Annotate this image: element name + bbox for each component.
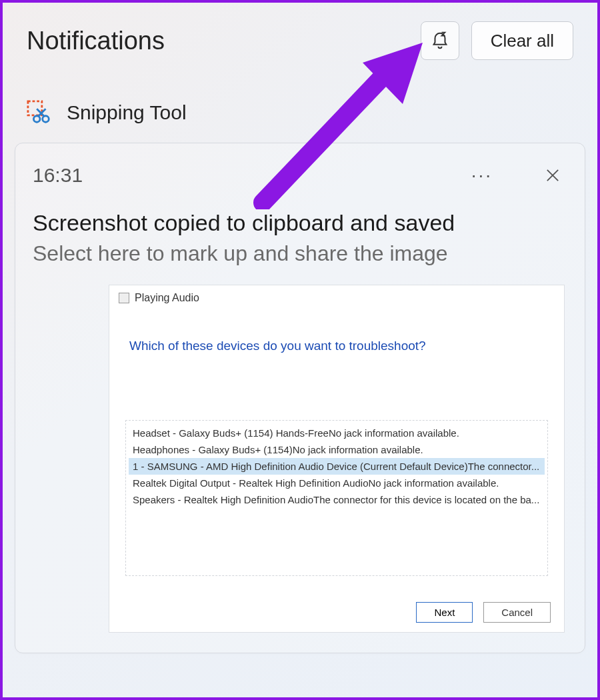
notification-time: 16:31 xyxy=(33,164,463,187)
cancel-button[interactable]: Cancel xyxy=(483,602,551,623)
device-list-item[interactable]: Realtek Digital Output - Realtek High De… xyxy=(129,475,545,491)
next-button[interactable]: Next xyxy=(416,602,473,623)
window-icon xyxy=(119,293,129,303)
device-list-item[interactable]: Headset - Galaxy Buds+ (1154) Hands-Free… xyxy=(129,425,545,441)
notification-title: Screenshot copied to clipboard and saved xyxy=(33,210,569,236)
bell-snooze-icon xyxy=(430,31,450,51)
clear-all-label: Clear all xyxy=(491,31,554,51)
device-list-item[interactable]: Speakers - Realtek High Definition Audio… xyxy=(129,491,545,508)
thumb-heading: Which of these devices do you want to tr… xyxy=(109,307,564,360)
panel-title: Notifications xyxy=(27,27,421,55)
notification-card[interactable]: 16:31 ··· Screenshot copied to clipboard… xyxy=(15,143,585,653)
notification-app-row: Snipping Tool xyxy=(3,67,597,137)
thumb-window-title: Playing Audio xyxy=(135,292,199,304)
clear-all-button[interactable]: Clear all xyxy=(471,21,573,60)
notification-subtitle: Select here to mark up and share the ima… xyxy=(33,241,569,266)
more-options-button[interactable]: ··· xyxy=(463,161,501,190)
notifications-header: Notifications Clear all xyxy=(3,3,597,67)
screenshot-thumbnail[interactable]: Playing Audio Which of these devices do … xyxy=(109,285,565,633)
device-list-item[interactable]: Headphones - Galaxy Buds+ (1154)No jack … xyxy=(129,441,545,458)
dismiss-notification-button[interactable] xyxy=(541,163,565,187)
device-list: Headset - Galaxy Buds+ (1154) Hands-Free… xyxy=(125,420,548,576)
notification-app-name: Snipping Tool xyxy=(67,101,187,124)
do-not-disturb-button[interactable] xyxy=(421,21,459,60)
snipping-tool-icon xyxy=(27,100,52,125)
notification-meta-row: 16:31 ··· xyxy=(29,158,571,202)
thumb-window-header: Playing Audio xyxy=(109,285,564,307)
device-list-item[interactable]: 1 - SAMSUNG - AMD High Definition Audio … xyxy=(129,458,545,475)
close-icon xyxy=(543,166,562,185)
thumb-button-row: Next Cancel xyxy=(416,602,551,623)
